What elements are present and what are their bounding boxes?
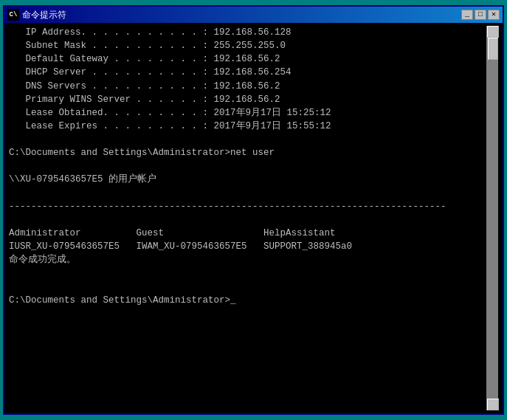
console-output: IP Address. . . . . . . . . . . : 192.16…	[9, 26, 486, 410]
scroll-track[interactable]	[487, 38, 498, 399]
close-button[interactable]: ✕	[488, 10, 500, 20]
scroll-thumb[interactable]	[488, 38, 498, 60]
scrollbar[interactable]: ▲ ▼	[486, 26, 498, 410]
window-title: 命令提示符	[22, 9, 461, 21]
title-buttons: _ □ ✕	[461, 10, 500, 20]
window-icon: C\	[7, 9, 19, 21]
scroll-up-button[interactable]: ▲	[487, 26, 499, 38]
console-body: IP Address. . . . . . . . . . . : 192.16…	[4, 23, 503, 413]
minimize-button[interactable]: _	[461, 10, 473, 20]
maximize-button[interactable]: □	[475, 10, 486, 20]
title-bar: C\ 命令提示符 _ □ ✕	[4, 7, 503, 23]
cmd-window: C\ 命令提示符 _ □ ✕ IP Address. . . . . . . .…	[3, 5, 504, 415]
scroll-down-button[interactable]: ▼	[487, 399, 499, 410]
